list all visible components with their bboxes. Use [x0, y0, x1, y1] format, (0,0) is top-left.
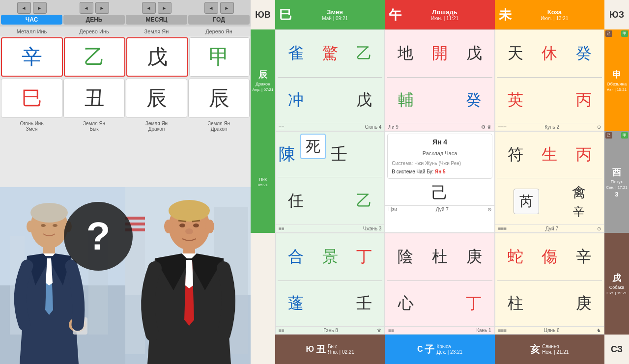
- r4c4-icon: ♞: [597, 328, 601, 333]
- pig-name: Свинья: [542, 344, 569, 349]
- r3c2-center-char: 死: [306, 137, 320, 157]
- cell-r4c2[interactable]: 合 景 丁 蓬 壬 ≡≡ Гэнь 8 ♛: [275, 233, 385, 335]
- char-year-bottom[interactable]: 辰: [188, 79, 250, 118]
- char-hour-bottom[interactable]: 巳: [1, 79, 62, 118]
- arrow-day-right[interactable]: ►: [95, 2, 109, 14]
- r2c4-label: Кунь 2: [544, 124, 559, 130]
- control-hour: ◄ ► ЧАС: [1, 2, 62, 25]
- r2c2-label: Сюнь 4: [365, 124, 382, 130]
- r3c3-sub: Дуй 7: [436, 207, 449, 212]
- person-right-svg: [125, 187, 251, 364]
- char-day-top[interactable]: 乙: [64, 37, 126, 77]
- r4c2-char2: 景: [322, 246, 338, 268]
- pig-time: Ноя. | 21:21: [542, 349, 569, 355]
- r2c2-char2: 驚: [322, 43, 338, 64]
- controls-row: ◄ ► ЧАС ◄ ► ДЕНЬ ◄ ► МЕСЯЦ ◄ ►: [0, 0, 251, 27]
- year-button[interactable]: ГОД: [188, 15, 250, 25]
- r4c4-char2: 傷: [542, 246, 557, 268]
- r4c3-label: Кань 1: [476, 328, 491, 333]
- day-button[interactable]: ДЕНЬ: [63, 15, 125, 25]
- label-day: Земля ЯнБык: [63, 120, 125, 133]
- r2c4-char5: 丙: [576, 89, 592, 111]
- element-hour: Металл Инь: [1, 28, 62, 35]
- char-month-bottom[interactable]: 辰: [126, 79, 187, 118]
- r2c2-char4: 冲: [288, 89, 304, 111]
- rat-time: Дек. | 23:21: [436, 349, 462, 355]
- tooltip-system: Система: Чжи Жунь (Чжи Рен): [392, 160, 487, 167]
- cell-r3c2[interactable]: 陳 死 壬 任 乙 ≡≡ Чжэнь 3: [275, 131, 385, 233]
- photo-area: ?: [0, 187, 251, 364]
- r4c2-char4: 蓬: [288, 293, 304, 314]
- r4c2-char5: 壬: [356, 293, 372, 314]
- cell-r2c2[interactable]: 雀 驚 乙 冲 戊 ≡≡ Сюнь 4: [275, 29, 385, 131]
- top-cell-snake: 巳 Змея Май | 09:21: [275, 0, 385, 29]
- r3c4-char2: 生: [542, 144, 557, 166]
- dog-char: 戌: [612, 272, 621, 284]
- r3c4-label: Дуй 7: [545, 226, 558, 231]
- r4c3-char4: 心: [398, 293, 414, 314]
- month-button[interactable]: МЕСЯЦ: [126, 15, 187, 25]
- dog-name: Собака: [609, 285, 625, 290]
- r4c4-bars: ≡≡≡: [498, 328, 507, 333]
- r3c4-circle: ⊙: [597, 226, 601, 231]
- arrow-month-left[interactable]: ◄: [142, 2, 156, 14]
- element-year: Дерево Ян: [188, 28, 250, 35]
- rooster-extra: 3: [615, 191, 618, 198]
- bottom-cell-ox[interactable]: Ю 丑 Бык Янв. | 02:21: [275, 335, 385, 364]
- control-month: ◄ ► МЕСЯЦ: [126, 2, 187, 25]
- r2c2-char6: 戊: [356, 89, 372, 111]
- side-dragon: 辰 Дракон Апр. | 07:21: [251, 29, 275, 131]
- arrow-day-left[interactable]: ◄: [80, 2, 93, 14]
- cell-r2c3[interactable]: 地 開 戊 輔 癸 Ли 9 ⚙ ♛: [385, 29, 494, 131]
- svg-point-31: [185, 228, 193, 234]
- arrow-year-left[interactable]: ◄: [204, 2, 218, 14]
- r4c3-char3: 庚: [466, 246, 482, 268]
- hour-button[interactable]: ЧАС: [1, 15, 62, 25]
- r3c4-box-char: 芮: [519, 192, 533, 211]
- r4c4-char5: 庚: [576, 293, 592, 314]
- r4c2-icon: ♛: [377, 328, 381, 333]
- cell-r4c3[interactable]: 陰 杜 庚 心 丁 ≡≡ Кань 1: [385, 233, 494, 335]
- r4c4-char1: 蛇: [508, 246, 523, 268]
- svg-marker-40: [185, 260, 193, 288]
- dragon-time: Апр. | 07:21: [253, 87, 274, 92]
- right-panel: ЮВ 巳 Змея Май | 09:21 午 Лошадь Июн. | 11…: [251, 0, 629, 364]
- bottom-cell-pig[interactable]: 亥 Свинья Ноя. | 21:21: [495, 335, 604, 364]
- arrow-hour-right[interactable]: ►: [33, 2, 47, 14]
- control-day: ◄ ► ДЕНЬ: [63, 2, 125, 25]
- char-hour-top[interactable]: 辛: [1, 37, 63, 77]
- side-monkey: 甲 己 申 Обезьяна Авг. | 15:21: [604, 29, 629, 131]
- bottom-cell-rat[interactable]: С 子 Крыса Дек. | 23:21: [385, 335, 494, 364]
- pig-char: 亥: [530, 343, 540, 356]
- cell-r3c3: Ян 4 Расклад Часа Система: Чжи Жунь (Чжи…: [385, 131, 494, 233]
- control-year: ◄ ► ГОД: [188, 2, 250, 25]
- horse-char: 午: [389, 6, 401, 24]
- photo-right: [125, 187, 251, 364]
- bottom-chars-row: 巳 丑 辰 辰: [0, 78, 251, 119]
- r2c3-char3: 戊: [466, 43, 482, 64]
- r2c4-bars: ≡≡≡: [498, 124, 507, 130]
- cell-r4c4[interactable]: 蛇 傷 辛 柱 庚 ≡≡≡ Цянь 6 ♞: [495, 233, 604, 335]
- char-month-top[interactable]: 戊: [126, 37, 188, 77]
- r3c2-center-box: 死: [300, 134, 326, 159]
- label-month: Земля ЯнДракон: [126, 120, 187, 133]
- r3c4-right1: 禽: [572, 183, 586, 202]
- ox-prefix: Ю: [306, 345, 314, 354]
- arrow-year-right[interactable]: ►: [220, 2, 234, 14]
- char-day-bottom[interactable]: 丑: [63, 79, 125, 118]
- r2c3-char1: 地: [398, 43, 413, 64]
- rooster-name: Петух: [611, 179, 623, 184]
- dragon-name: Дракон: [256, 82, 270, 86]
- arrow-month-right[interactable]: ►: [158, 2, 172, 14]
- r2c4-circle: ⊙: [597, 124, 601, 130]
- side-dog: 戌 Собака Окт. | 19:21: [604, 233, 629, 335]
- arrow-hour-left[interactable]: ◄: [17, 2, 31, 14]
- question-mark: ?: [86, 214, 111, 259]
- char-year-top[interactable]: 甲: [189, 37, 250, 77]
- cell-r2c4[interactable]: 天 休 癸 英 丙 ≡≡≡ Кунь 2 ⊙: [495, 29, 604, 131]
- r3c2-right-char: 壬: [328, 132, 350, 177]
- r4c4-label: Цянь 6: [544, 328, 560, 333]
- r3c2-bot1: 任: [288, 190, 304, 212]
- cell-r3c4[interactable]: 符 生 丙 芮 禽 辛 ≡≡≡ Дуй 7 ⊙: [495, 131, 604, 233]
- ox-char: 丑: [316, 343, 326, 356]
